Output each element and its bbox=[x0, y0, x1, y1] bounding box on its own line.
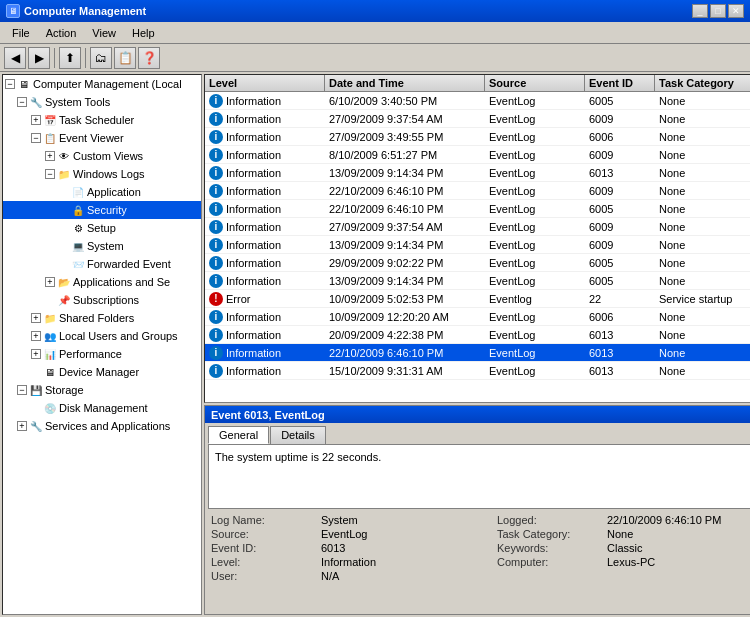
tree-expand-storage[interactable]: − bbox=[17, 385, 27, 395]
tree-expand-windows-logs[interactable]: − bbox=[45, 169, 55, 179]
up-button[interactable]: ⬆ bbox=[59, 47, 81, 69]
source-cell: EventLog bbox=[485, 256, 585, 270]
tree-item-system[interactable]: 💻System bbox=[3, 237, 201, 255]
show-hide-button[interactable]: 🗂 bbox=[90, 47, 112, 69]
table-row[interactable]: iInformation15/10/2009 9:31:31 AMEventLo… bbox=[205, 362, 750, 380]
table-row[interactable]: iInformation22/10/2009 6:46:10 PMEventLo… bbox=[205, 344, 750, 362]
tree-item-root[interactable]: −🖥Computer Management (Local bbox=[3, 75, 201, 93]
tree-expand-event-viewer[interactable]: − bbox=[31, 133, 41, 143]
table-row[interactable]: iInformation13/09/2009 9:14:34 PMEventLo… bbox=[205, 272, 750, 290]
col-header-taskcategory[interactable]: Task Category bbox=[655, 75, 750, 91]
datetime-cell: 20/09/2009 4:22:38 PM bbox=[325, 328, 485, 342]
tree-icon-device-manager: 🖥 bbox=[43, 365, 57, 379]
tree-expand-task-scheduler[interactable]: + bbox=[31, 115, 41, 125]
tree-item-apps-services[interactable]: +📂Applications and Se bbox=[3, 273, 201, 291]
maximize-button[interactable]: □ bbox=[710, 4, 726, 18]
tree-item-setup[interactable]: ⚙Setup bbox=[3, 219, 201, 237]
properties-button[interactable]: 📋 bbox=[114, 47, 136, 69]
tree-item-device-manager[interactable]: 🖥Device Manager bbox=[3, 363, 201, 381]
source-cell: EventLog bbox=[485, 274, 585, 288]
level-text: Information bbox=[226, 203, 281, 215]
category-cell: None bbox=[655, 184, 750, 198]
event-list[interactable]: Level Date and Time Source Event ID Task… bbox=[204, 74, 750, 403]
tree-expand-root[interactable]: − bbox=[5, 79, 15, 89]
back-button[interactable]: ◀ bbox=[4, 47, 26, 69]
tree-item-shared-folders[interactable]: +📁Shared Folders bbox=[3, 309, 201, 327]
detail-title-text: Event 6013, EventLog bbox=[211, 409, 325, 421]
tree-expand-shared-folders[interactable]: + bbox=[31, 313, 41, 323]
tree-item-performance[interactable]: +📊Performance bbox=[3, 345, 201, 363]
menu-help[interactable]: Help bbox=[124, 25, 163, 41]
forward-button[interactable]: ▶ bbox=[28, 47, 50, 69]
tree-item-subscriptions[interactable]: 📌Subscriptions bbox=[3, 291, 201, 309]
tree-expand-custom-views[interactable]: + bbox=[45, 151, 55, 161]
tree-expand-performance[interactable]: + bbox=[31, 349, 41, 359]
table-row[interactable]: iInformation22/10/2009 6:46:10 PMEventLo… bbox=[205, 200, 750, 218]
detail-field-label: Keywords: bbox=[497, 542, 607, 554]
level-text: Information bbox=[226, 185, 281, 197]
tree-expand-apps-services[interactable]: + bbox=[45, 277, 55, 287]
table-row[interactable]: iInformation8/10/2009 6:51:27 PMEventLog… bbox=[205, 146, 750, 164]
tree-item-windows-logs[interactable]: −📁Windows Logs bbox=[3, 165, 201, 183]
detail-field-value: N/A bbox=[321, 570, 339, 582]
tree-expand-local-users[interactable]: + bbox=[31, 331, 41, 341]
tree-item-forwarded-events[interactable]: 📨Forwarded Event bbox=[3, 255, 201, 273]
tree-item-storage[interactable]: −💾Storage bbox=[3, 381, 201, 399]
level-text: Information bbox=[226, 275, 281, 287]
detail-field-label: Logged: bbox=[497, 514, 607, 526]
tree-expand-system-tools[interactable]: − bbox=[17, 97, 27, 107]
table-row[interactable]: iInformation27/09/2009 9:37:54 AMEventLo… bbox=[205, 218, 750, 236]
level-text: Information bbox=[226, 131, 281, 143]
datetime-cell: 13/09/2009 9:14:34 PM bbox=[325, 166, 485, 180]
tree-icon-system: 💻 bbox=[71, 239, 85, 253]
col-header-source[interactable]: Source bbox=[485, 75, 585, 91]
table-row[interactable]: iInformation13/09/2009 9:14:34 PMEventLo… bbox=[205, 236, 750, 254]
table-row[interactable]: iInformation29/09/2009 9:02:22 PMEventLo… bbox=[205, 254, 750, 272]
table-row[interactable]: iInformation13/09/2009 9:14:34 PMEventLo… bbox=[205, 164, 750, 182]
detail-field-value: EventLog bbox=[321, 528, 367, 540]
detail-field-value: System bbox=[321, 514, 358, 526]
tree-item-security[interactable]: 🔒Security bbox=[3, 201, 201, 219]
tree-item-disk-management[interactable]: 💿Disk Management bbox=[3, 399, 201, 417]
menu-action[interactable]: Action bbox=[38, 25, 85, 41]
toolbar: ◀ ▶ ⬆ 🗂 📋 ❓ bbox=[0, 44, 750, 72]
close-button[interactable]: ✕ bbox=[728, 4, 744, 18]
eventid-cell: 6009 bbox=[585, 238, 655, 252]
datetime-cell: 27/09/2009 9:37:54 AM bbox=[325, 220, 485, 234]
minimize-button[interactable]: _ bbox=[692, 4, 708, 18]
tree-item-local-users[interactable]: +👥Local Users and Groups bbox=[3, 327, 201, 345]
tree-item-system-tools[interactable]: −🔧System Tools bbox=[3, 93, 201, 111]
level-text: Information bbox=[226, 149, 281, 161]
table-row[interactable]: iInformation27/09/2009 3:49:55 PMEventLo… bbox=[205, 128, 750, 146]
tree-item-services-apps[interactable]: +🔧Services and Applications bbox=[3, 417, 201, 435]
tree-item-task-scheduler[interactable]: +📅Task Scheduler bbox=[3, 111, 201, 129]
menu-file[interactable]: File bbox=[4, 25, 38, 41]
source-cell: EventLog bbox=[485, 364, 585, 378]
tree-icon-services-apps: 🔧 bbox=[29, 419, 43, 433]
level-text: Information bbox=[226, 365, 281, 377]
table-row[interactable]: !Error10/09/2009 5:02:53 PMEventlog22Ser… bbox=[205, 290, 750, 308]
tab-general[interactable]: General bbox=[208, 426, 269, 444]
help-button[interactable]: ❓ bbox=[138, 47, 160, 69]
col-header-eventid[interactable]: Event ID bbox=[585, 75, 655, 91]
detail-fields-right: Logged:22/10/2009 6:46:10 PMTask Categor… bbox=[497, 513, 750, 583]
detail-field-row: Logged:22/10/2009 6:46:10 PM bbox=[497, 513, 750, 527]
tree-item-custom-views[interactable]: +👁Custom Views bbox=[3, 147, 201, 165]
table-row[interactable]: iInformation20/09/2009 4:22:38 PMEventLo… bbox=[205, 326, 750, 344]
category-cell: None bbox=[655, 310, 750, 324]
table-row[interactable]: iInformation22/10/2009 6:46:10 PMEventLo… bbox=[205, 182, 750, 200]
tree-item-application[interactable]: 📄Application bbox=[3, 183, 201, 201]
info-icon: i bbox=[209, 364, 223, 378]
source-cell: EventLog bbox=[485, 202, 585, 216]
table-row[interactable]: iInformation10/09/2009 12:20:20 AMEventL… bbox=[205, 308, 750, 326]
col-header-level[interactable]: Level bbox=[205, 75, 325, 91]
info-icon: i bbox=[209, 274, 223, 288]
table-row[interactable]: iInformation6/10/2009 3:40:50 PMEventLog… bbox=[205, 92, 750, 110]
table-row[interactable]: iInformation27/09/2009 9:37:54 AMEventLo… bbox=[205, 110, 750, 128]
col-header-datetime[interactable]: Date and Time bbox=[325, 75, 485, 91]
tree-expand-services-apps[interactable]: + bbox=[17, 421, 27, 431]
tab-details[interactable]: Details bbox=[270, 426, 326, 444]
tree-item-event-viewer[interactable]: −📋Event Viewer bbox=[3, 129, 201, 147]
menu-view[interactable]: View bbox=[84, 25, 124, 41]
detail-message: The system uptime is 22 seconds. bbox=[215, 451, 750, 463]
